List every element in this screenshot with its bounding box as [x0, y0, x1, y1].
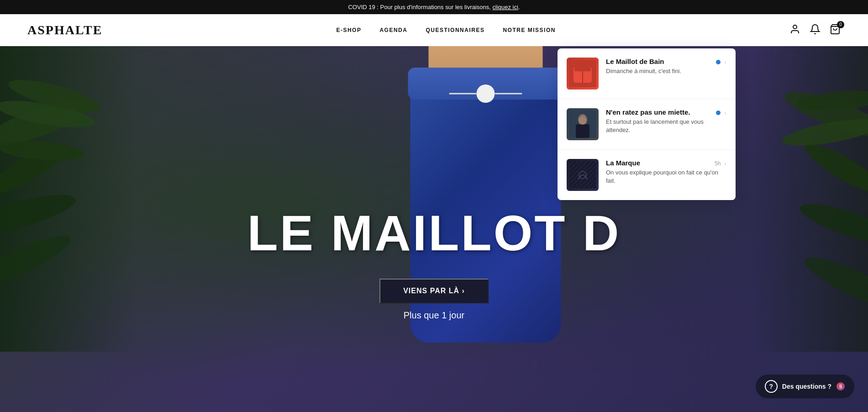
- notif-thumb-1: [567, 58, 599, 90]
- hero-title: LE MAILLOT D: [247, 208, 621, 258]
- help-label: Des questions ?: [782, 383, 831, 390]
- cart-icon[interactable]: 0: [830, 24, 841, 37]
- nav-notre-mission[interactable]: NOTRE MISSION: [503, 27, 556, 33]
- notification-item-3[interactable]: La Marque On vous explique pourquoi on f…: [558, 150, 736, 200]
- svg-rect-17: [574, 66, 591, 71]
- notif-text-2: Et surtout pas le lancement que vous att…: [606, 118, 726, 134]
- nav-agenda[interactable]: AGENDA: [379, 27, 407, 33]
- notification-item-1[interactable]: Le Maillot de Bain Dimanche à minuit, c'…: [558, 48, 736, 99]
- notification-item-2[interactable]: N'en ratez pas une miette. Et surtout pa…: [558, 99, 736, 150]
- notif-title-1: Le Maillot de Bain: [606, 58, 726, 65]
- help-icon: ?: [765, 380, 778, 393]
- svg-point-14: [800, 249, 868, 317]
- hero-section: LE MAILLOT D Viens par là › Plus que 1 j…: [0, 0, 868, 412]
- logo[interactable]: ASPHALTE: [27, 23, 102, 37]
- notif-meta-2: ›: [716, 109, 726, 116]
- svg-text:S: S: [839, 384, 842, 389]
- help-button[interactable]: ? Des questions ? S: [756, 375, 854, 398]
- notif-meta-1: ›: [716, 58, 726, 66]
- main-nav: E-SHOP AGENDA QUESTIONNAIRES NOTRE MISSI…: [336, 27, 556, 33]
- notif-dot-2: [716, 111, 721, 115]
- hero-subtitle: Plus que 1 jour: [247, 310, 621, 321]
- svg-point-5: [0, 187, 79, 242]
- header-icons: 0: [789, 24, 841, 37]
- hero-cta-button[interactable]: Viens par là ›: [379, 279, 489, 303]
- notif-chevron-3: ›: [724, 160, 726, 167]
- notif-title-3: La Marque: [606, 159, 726, 167]
- header: ASPHALTE E-SHOP AGENDA QUESTIONNAIRES NO…: [0, 14, 868, 46]
- notif-body-1: Le Maillot de Bain Dimanche à minuit, c'…: [606, 58, 726, 75]
- notif-title-2: N'en ratez pas une miette.: [606, 108, 726, 116]
- svg-point-0: [793, 25, 797, 29]
- notif-time-3: 5h: [715, 160, 721, 167]
- announcement-text: COVID 19 : Pour plus d'informations sur …: [348, 4, 492, 11]
- nav-questionnaires[interactable]: QUESTIONNAIRES: [426, 27, 484, 33]
- announcement-link[interactable]: cliquez ici: [493, 4, 518, 11]
- announcement-bar: COVID 19 : Pour plus d'informations sur …: [0, 0, 868, 14]
- notif-thumb-2: [567, 108, 599, 140]
- help-badge-wrapper: S: [836, 382, 845, 391]
- notif-meta-3: 5h ›: [715, 160, 726, 167]
- svg-rect-21: [576, 124, 589, 138]
- notif-thumb-3: [567, 159, 599, 191]
- page-wrapper: COVID 19 : Pour plus d'informations sur …: [0, 0, 868, 412]
- notif-body-3: La Marque On vous explique pourquoi on f…: [606, 159, 726, 185]
- notif-chevron-1: ›: [724, 58, 726, 66]
- notification-bell[interactable]: [810, 24, 821, 37]
- plant-right: [754, 32, 868, 352]
- notif-dot-1: [716, 60, 721, 64]
- user-icon[interactable]: [789, 24, 800, 37]
- notif-text-1: Dimanche à minuit, c'est fini.: [606, 67, 726, 75]
- svg-point-7: [0, 227, 75, 293]
- hero-content: LE MAILLOT D Viens par là › Plus que 1 j…: [247, 208, 621, 321]
- cart-badge: 0: [837, 21, 844, 28]
- notif-text-3: On vous explique pourquoi on fait ce qu'…: [606, 169, 726, 185]
- svg-point-12: [796, 196, 868, 252]
- notif-body-2: N'en ratez pas une miette. Et surtout pa…: [606, 108, 726, 134]
- svg-point-10: [800, 137, 868, 201]
- notification-dropdown: Le Maillot de Bain Dimanche à minuit, c'…: [558, 48, 736, 200]
- nav-eshop[interactable]: E-SHOP: [336, 27, 361, 33]
- plant-left: [0, 32, 137, 352]
- svg-point-22: [579, 116, 586, 125]
- svg-point-6: [0, 138, 85, 164]
- notif-chevron-2: ›: [724, 109, 726, 116]
